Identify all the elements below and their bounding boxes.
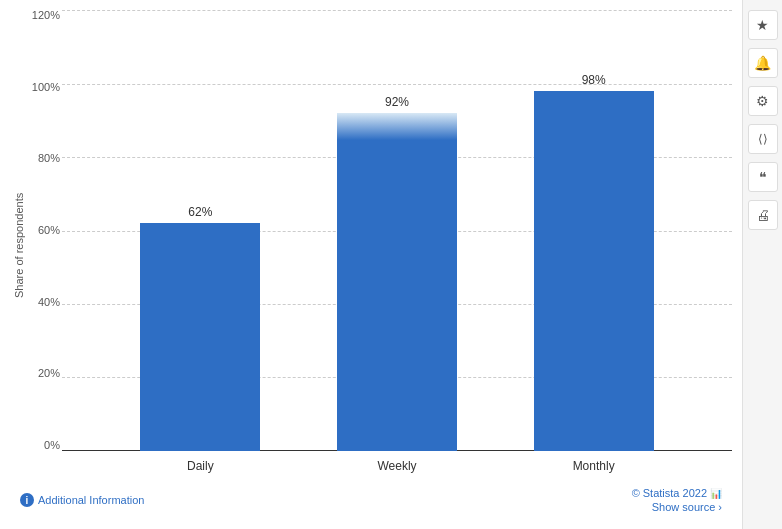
y-label-120: 120% bbox=[32, 10, 60, 21]
settings-button[interactable]: ⚙ bbox=[748, 86, 778, 116]
x-label-daily: Daily bbox=[140, 459, 260, 473]
bar-daily bbox=[140, 223, 260, 451]
y-label-40: 40% bbox=[38, 297, 60, 308]
footer-right: © Statista 2022 📊 Show source › bbox=[632, 487, 722, 513]
bar-value-daily: 62% bbox=[188, 205, 212, 219]
bar-value-monthly: 98% bbox=[582, 73, 606, 87]
bars-container: 62% 92% 98% bbox=[62, 10, 732, 451]
main-container: Share of respondents 120% 100% 80% 60% 4… bbox=[0, 0, 782, 529]
sidebar: ★ 🔔 ⚙ ⟨⟩ ❝ 🖨 bbox=[742, 0, 782, 529]
y-axis-label-text: Share of respondents bbox=[13, 193, 25, 298]
bar-monthly bbox=[534, 91, 654, 451]
y-label-80: 80% bbox=[38, 153, 60, 164]
statista-credit-text: © Statista 2022 bbox=[632, 487, 707, 499]
bar-group-weekly: 92% bbox=[337, 95, 457, 451]
y-label-20: 20% bbox=[38, 368, 60, 379]
chart-wrapper: Share of respondents 120% 100% 80% 60% 4… bbox=[10, 10, 732, 481]
info-icon: i bbox=[20, 493, 34, 507]
y-axis-label: Share of respondents bbox=[10, 10, 28, 481]
bar-value-weekly: 92% bbox=[385, 95, 409, 109]
cite-button[interactable]: ❝ bbox=[748, 162, 778, 192]
print-button[interactable]: 🖨 bbox=[748, 200, 778, 230]
statista-credit: © Statista 2022 📊 bbox=[632, 487, 722, 499]
show-source-label: Show source bbox=[652, 501, 716, 513]
y-label-100: 100% bbox=[32, 82, 60, 93]
show-source-link[interactable]: Show source › bbox=[652, 501, 722, 513]
x-label-weekly: Weekly bbox=[337, 459, 457, 473]
grid-and-bars: 120% 100% 80% 60% 40% 20% 0% bbox=[62, 10, 732, 481]
statista-logo-icon: 📊 bbox=[710, 488, 722, 499]
star-button[interactable]: ★ bbox=[748, 10, 778, 40]
additional-info-link[interactable]: i Additional Information bbox=[20, 493, 144, 507]
chart-footer: i Additional Information © Statista 2022… bbox=[10, 481, 732, 519]
share-button[interactable]: ⟨⟩ bbox=[748, 124, 778, 154]
chart-content: 120% 100% 80% 60% 40% 20% 0% bbox=[32, 10, 732, 481]
y-label-60: 60% bbox=[38, 225, 60, 236]
bar-group-monthly: 98% bbox=[534, 73, 654, 451]
arrow-right-icon: › bbox=[718, 501, 722, 513]
y-labels: 120% 100% 80% 60% 40% 20% 0% bbox=[30, 10, 60, 451]
x-labels: Daily Weekly Monthly bbox=[62, 459, 732, 473]
bar-group-daily: 62% bbox=[140, 205, 260, 451]
chart-area: Share of respondents 120% 100% 80% 60% 4… bbox=[0, 0, 742, 529]
x-label-monthly: Monthly bbox=[534, 459, 654, 473]
y-label-0: 0% bbox=[44, 440, 60, 451]
bell-button[interactable]: 🔔 bbox=[748, 48, 778, 78]
bar-weekly bbox=[337, 113, 457, 451]
additional-info-label: Additional Information bbox=[38, 494, 144, 506]
